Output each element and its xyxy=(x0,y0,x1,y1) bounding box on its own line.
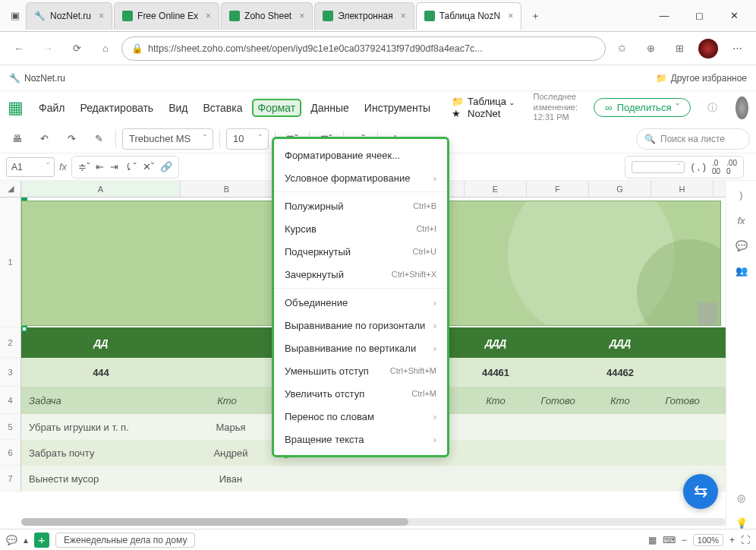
menu-item[interactable]: ЗачеркнутыйCtrl+Shift+X xyxy=(274,263,447,286)
grid-icon[interactable]: ▦ xyxy=(648,535,657,545)
browser-tab[interactable]: Zoho Sheet× xyxy=(221,2,313,30)
add-sheet-button[interactable]: + xyxy=(34,533,49,548)
bookmark-item[interactable]: 🔧NozNet.ru xyxy=(9,73,65,84)
menu-edit[interactable]: Редактировать xyxy=(74,99,159,117)
menu-item[interactable]: Увеличить отступCtrl+M xyxy=(274,382,447,405)
zoom-out[interactable]: − xyxy=(682,535,687,545)
share-button[interactable]: ∞ Поделиться ˇ xyxy=(594,98,690,117)
zoom-level[interactable]: 100% xyxy=(693,534,723,546)
keyboard-icon[interactable]: ⌨ xyxy=(663,535,676,545)
favorite-icon[interactable]: ⊕ xyxy=(638,36,663,62)
row-header[interactable]: 6 xyxy=(0,440,21,466)
horizontal-scrollbar[interactable] xyxy=(21,518,726,529)
undo-icon[interactable]: ↶ xyxy=(33,128,55,150)
menu-tools[interactable]: Инструменты xyxy=(358,99,436,117)
comments-icon[interactable]: 💬 xyxy=(736,240,748,251)
sheet-tab[interactable]: Еженедельные дела по дому xyxy=(55,533,195,548)
menu-item[interactable]: Форматирование ячеек... xyxy=(274,144,447,166)
sheet-prev-icon[interactable]: ▴ xyxy=(24,535,28,545)
help-fab[interactable]: ⇆ xyxy=(683,474,718,509)
browser-tab[interactable]: Free Online Ex× xyxy=(114,2,219,30)
paren-icon[interactable]: ( , ) xyxy=(691,161,706,172)
menu-view[interactable]: Вид xyxy=(162,99,194,117)
chat-icon[interactable]: 💬 xyxy=(6,535,17,545)
bucket-icon xyxy=(698,302,717,325)
close-icon[interactable]: × xyxy=(508,11,513,21)
target-icon[interactable]: ◎ xyxy=(737,492,745,504)
menu-format[interactable]: Формат xyxy=(252,99,302,117)
user-avatar[interactable] xyxy=(736,96,748,119)
row-header[interactable]: 3 xyxy=(0,358,21,387)
maximize-button[interactable]: ◻ xyxy=(682,4,717,28)
bulb-icon[interactable]: 💡 xyxy=(736,517,748,529)
row-header[interactable]: 2 xyxy=(0,327,21,358)
other-bookmarks[interactable]: 📁 Другое избранное xyxy=(656,73,747,84)
close-icon[interactable]: × xyxy=(299,11,304,21)
menu-item[interactable]: ПолужирныйCtrl+B xyxy=(274,194,447,217)
row-header[interactable]: 5 xyxy=(0,414,21,440)
menu-item[interactable]: Перенос по словам› xyxy=(274,405,447,428)
format-dropdown[interactable]: ˇ xyxy=(632,161,685,173)
zoom-controls: ▦ ⌨ − 100% + ⛶ xyxy=(648,534,750,546)
link-icon[interactable]: 🔗 xyxy=(160,161,172,172)
browser-tab[interactable]: 🔧NozNet.ru× xyxy=(26,2,112,30)
select-all-cell[interactable]: ◢ xyxy=(0,181,21,198)
table-row[interactable]: Вынести мусор Иван xyxy=(21,466,726,492)
clear-icon[interactable]: ✕ˇ xyxy=(143,161,154,172)
close-icon[interactable]: × xyxy=(206,11,211,21)
rotate-icon[interactable]: ⤹ˇ xyxy=(124,161,136,172)
reader-icon[interactable]: ✩ xyxy=(609,36,635,62)
dec-less-icon[interactable]: .000 xyxy=(712,159,720,175)
menu-insert[interactable]: Вставка xyxy=(197,99,248,117)
tabs-overview-icon[interactable]: ▣ xyxy=(6,7,24,25)
indent-dec-icon[interactable]: ⇤ xyxy=(96,161,104,172)
menu-item[interactable]: Объединение› xyxy=(274,291,447,314)
fx-icon[interactable]: fx xyxy=(737,215,745,226)
zoom-in[interactable]: + xyxy=(729,535,735,545)
sheet-search[interactable]: 🔍 Поиск на листе xyxy=(636,128,750,150)
profile-avatar[interactable] xyxy=(698,39,718,58)
fx-icon[interactable]: fx xyxy=(59,161,67,172)
menu-file[interactable]: Файл xyxy=(33,99,71,117)
menu-item[interactable]: Выравнивание по вертикали› xyxy=(274,337,447,359)
fullscreen-icon[interactable]: ⛶ xyxy=(741,535,750,545)
app-logo-icon[interactable]: ▦ xyxy=(8,97,24,119)
dec-more-icon[interactable]: .000 xyxy=(726,159,737,175)
minimize-button[interactable]: — xyxy=(647,4,682,28)
redo-icon[interactable]: ↷ xyxy=(61,128,82,150)
back-button[interactable]: ← xyxy=(6,36,32,62)
home-button[interactable]: ⌂ xyxy=(93,36,118,62)
collections-icon[interactable]: ⊞ xyxy=(666,36,692,62)
row-header[interactable]: 1 xyxy=(0,198,21,327)
info-icon[interactable]: ⓘ xyxy=(707,101,717,115)
url-input[interactable]: 🔒 https://sheet.zoho.com/sheet/open/iyd9… xyxy=(121,36,606,61)
font-size[interactable]: 10ˇ xyxy=(226,128,269,150)
browser-tab[interactable]: Электронная× xyxy=(314,2,414,30)
forward-button[interactable]: → xyxy=(35,36,61,62)
font-selector[interactable]: Trebuchet MSˇ xyxy=(122,128,213,150)
close-icon[interactable]: × xyxy=(99,11,104,21)
print-icon[interactable]: 🖶 xyxy=(6,128,27,150)
document-title[interactable]: 📁 ★ Таблица NozNet ˇ xyxy=(452,96,513,119)
indent-inc-icon[interactable]: ⇥ xyxy=(110,161,118,172)
row-header[interactable]: 7 xyxy=(0,466,21,492)
row-header[interactable]: 4 xyxy=(0,387,21,414)
browser-tab-active[interactable]: Таблица NozN× xyxy=(416,2,521,30)
menu-item[interactable]: КурсивCtrl+I xyxy=(274,217,447,240)
close-window-button[interactable]: ✕ xyxy=(717,4,751,28)
menu-button[interactable]: ⋯ xyxy=(724,36,750,62)
align-v-icon[interactable]: ≑ˇ xyxy=(78,161,90,172)
menu-item[interactable]: Вращение текста› xyxy=(274,428,447,450)
menu-item[interactable]: ПодчеркнутыйCtrl+U xyxy=(274,240,447,263)
panel-toggle-icon[interactable]: ⟩ xyxy=(739,190,743,201)
cell-reference[interactable]: A1ˇ xyxy=(6,157,55,177)
menu-item[interactable]: Выравнивание по горизонтали› xyxy=(274,314,447,337)
menu-item[interactable]: Условное форматирование› xyxy=(274,166,447,189)
menu-data[interactable]: Данные xyxy=(304,99,355,117)
new-tab-button[interactable]: ＋ xyxy=(523,9,548,23)
menu-item[interactable]: Уменьшить отступCtrl+Shift+M xyxy=(274,359,447,382)
refresh-button[interactable]: ⟳ xyxy=(64,36,90,62)
paint-icon[interactable]: ✎ xyxy=(88,128,109,150)
close-icon[interactable]: × xyxy=(401,11,406,21)
share-icon[interactable]: 👥 xyxy=(736,265,748,277)
